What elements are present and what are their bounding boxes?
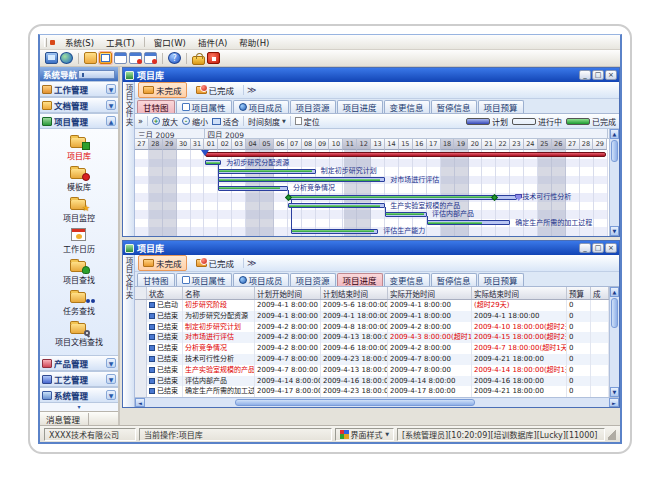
close-button[interactable]: × — [605, 70, 617, 80]
chevron-icon[interactable]: ▼ — [106, 374, 116, 384]
summary-progress-bar[interactable] — [205, 152, 606, 157]
scroll-up-icon[interactable]: ▲ — [610, 129, 619, 139]
zoom-in-button[interactable]: +放大 — [152, 116, 178, 127]
column-header-3[interactable]: 计划结束时间 — [321, 287, 388, 299]
filter-finished-button[interactable]: 已完成 — [191, 255, 240, 271]
time-scale-dropdown[interactable]: 时间刻度▼ — [248, 116, 286, 127]
tab-project-resources[interactable]: 项目资源 — [290, 100, 336, 113]
menu-item[interactable]: 插件(A) — [192, 35, 233, 49]
task-bar[interactable] — [288, 195, 517, 200]
tab-pause-info[interactable]: 暂停信息 — [431, 100, 477, 113]
scroll-left-icon[interactable]: ◄ — [135, 398, 145, 407]
lock-icon[interactable] — [192, 56, 205, 65]
table-row[interactable]: 已结束评估内部产品2009-4-14 8:00:002009-4-16 18:0… — [135, 376, 609, 387]
menu-item[interactable]: 帮助(H) — [233, 35, 275, 49]
sidebar-section-work[interactable]: 工作管理▼ — [40, 81, 118, 97]
tab-project-progress[interactable]: 项目进度 — [337, 100, 383, 113]
table-row[interactable]: 已结束制定初步研究计划2009-4-2 8:00:002009-4-8 18:0… — [135, 322, 609, 333]
folder-window-icon[interactable] — [99, 52, 112, 64]
tab-project-resources[interactable]: 项目资源 — [290, 273, 336, 286]
chevron-icon[interactable]: ▲ — [106, 116, 116, 126]
sidebar-item-project-find[interactable]: 项目查找 — [40, 256, 118, 287]
column-header-1[interactable]: 名称 — [183, 287, 255, 299]
table-vertical-scrollbar[interactable]: ▲ ▼ — [609, 287, 619, 397]
side-tab-project-folder[interactable]: 项目文件夹 — [123, 255, 135, 407]
sidebar-item-task-find[interactable]: 任务查找 — [40, 287, 118, 318]
scroll-down-icon[interactable]: ▼ — [610, 226, 619, 236]
task-bar[interactable] — [291, 229, 379, 234]
sidebar-section-document[interactable]: 文档管理▼ — [40, 97, 118, 113]
gantt-window-titlebar[interactable]: 项目库 _ □ × — [123, 68, 619, 82]
scroll-thumb[interactable] — [235, 399, 475, 406]
tab-gantt[interactable]: 甘特图 — [137, 273, 175, 286]
sidebar-section-product[interactable]: 产品管理▼ — [40, 355, 118, 371]
maximize-button[interactable]: □ — [592, 70, 604, 80]
minimize-button[interactable]: _ — [579, 243, 591, 253]
table-row[interactable]: 已结束确定生产所需的加工过程2009-4-17 8:00:002009-4-23… — [135, 386, 609, 397]
scroll-down-icon[interactable]: ▼ — [610, 387, 619, 397]
task-bar[interactable] — [427, 220, 510, 225]
stop-icon[interactable] — [207, 52, 220, 64]
tab-project-properties[interactable]: 项目属性 — [176, 100, 232, 113]
tab-project-budget[interactable]: 项目预算 — [478, 273, 524, 286]
locate-button[interactable]: 定位 — [295, 116, 320, 127]
menu-item[interactable]: 系统(S) — [59, 35, 100, 49]
help-icon[interactable] — [168, 52, 181, 64]
tab-message-management[interactable]: 消息管理 — [40, 411, 118, 425]
tab-project-members[interactable]: 项目成员 — [233, 100, 289, 113]
chevron-icon[interactable]: ▼ — [106, 390, 116, 400]
tab-project-progress[interactable]: 项目进度 — [337, 273, 383, 286]
sidebar-section-project[interactable]: 项目管理▲ — [40, 113, 118, 129]
tab-project-members[interactable]: 项目成员 — [233, 273, 289, 286]
scroll-right-icon[interactable]: ► — [609, 398, 619, 407]
resize-grip[interactable] — [608, 428, 616, 440]
table-row[interactable]: 已结束分析竞争情况2009-4-2 8:00:002009-4-6 18:00:… — [135, 343, 609, 354]
gantt-toolbar-overflow[interactable]: » — [138, 117, 143, 126]
tab-pause-info[interactable]: 暂停信息 — [431, 273, 477, 286]
pin-icon[interactable] — [78, 70, 115, 79]
filter-unfinished-button[interactable]: 未完成 — [138, 255, 187, 271]
filter-unfinished-button[interactable]: 未完成 — [138, 82, 187, 98]
window-badge-icon[interactable] — [129, 52, 142, 64]
task-bar[interactable] — [288, 203, 385, 208]
tab-change-info[interactable]: 变更信息 — [384, 273, 430, 286]
window-mail-icon[interactable] — [114, 52, 127, 64]
scroll-up-icon[interactable]: ▲ — [610, 287, 619, 297]
task-bar[interactable] — [218, 177, 385, 182]
toolbar-overflow[interactable]: ≫ — [243, 85, 259, 95]
table-row[interactable]: 已结束技术可行性分析2009-4-7 8:00:002009-4-23 18:0… — [135, 354, 609, 365]
globe-icon[interactable] — [60, 52, 73, 64]
tab-gantt[interactable]: 甘特图 — [137, 100, 175, 113]
menu-item[interactable]: 工具(T) — [100, 35, 141, 49]
column-header-0[interactable]: 状态 — [147, 287, 183, 299]
tab-change-info[interactable]: 变更信息 — [384, 100, 430, 113]
table-horizontal-scrollbar[interactable]: ◄ ► — [135, 397, 619, 407]
gantt-vertical-scrollbar[interactable]: ▲ ▼ — [609, 129, 619, 236]
task-bar[interactable] — [218, 186, 288, 191]
sidebar-item-project-doc-find[interactable]: 项目文档查找 — [40, 318, 118, 349]
column-header-6[interactable]: 预算 — [567, 287, 591, 299]
zoom-out-button[interactable]: -缩小 — [182, 116, 208, 127]
sidebar-item-template-library[interactable]: 模板库 — [40, 163, 118, 194]
sidebar-item-project-library[interactable]: 项目库 — [40, 132, 118, 163]
task-bar[interactable] — [385, 212, 427, 217]
column-header-4[interactable]: 实际开始时间 — [388, 287, 472, 299]
scroll-thumb[interactable] — [611, 140, 618, 162]
toolbar-overflow[interactable]: ≫ — [243, 258, 259, 268]
table-row[interactable]: 已结束生产实验室规模的产品2009-4-7 8:00:002009-4-13 1… — [135, 365, 609, 376]
sidebar-item-project-monitor[interactable]: ★项目监控 — [40, 194, 118, 225]
collapse-chevron-icon[interactable]: ▾ — [40, 403, 118, 411]
side-tab-project-folder[interactable]: 项目文件夹 — [123, 82, 135, 236]
ui-style-button[interactable]: 界面样式 ▼ — [335, 428, 394, 441]
window-badge2-icon[interactable] — [144, 52, 157, 64]
gantt-chart[interactable]: 三月 2009四月 2009 2728293031010203040506070… — [135, 129, 609, 236]
table-row[interactable]: 已结束为初步研究分配资源2009-4-1 8:00:002009-4-1 18:… — [135, 311, 609, 322]
close-button[interactable]: × — [605, 243, 617, 253]
monitor-icon[interactable] — [45, 52, 58, 64]
filter-finished-button[interactable]: 已完成 — [191, 82, 240, 98]
table-row[interactable]: 已结束对市场进行评估2009-4-2 8:00:002009-4-13 18:0… — [135, 332, 609, 343]
chevron-icon[interactable]: ▼ — [106, 84, 116, 94]
sidebar-section-process[interactable]: 工艺管理▼ — [40, 371, 118, 387]
table-row[interactable]: 已启动初步研究阶段2009-4-1 8:00:002009-5-6 18:00:… — [135, 300, 609, 311]
chevron-icon[interactable]: ▼ — [106, 100, 116, 110]
